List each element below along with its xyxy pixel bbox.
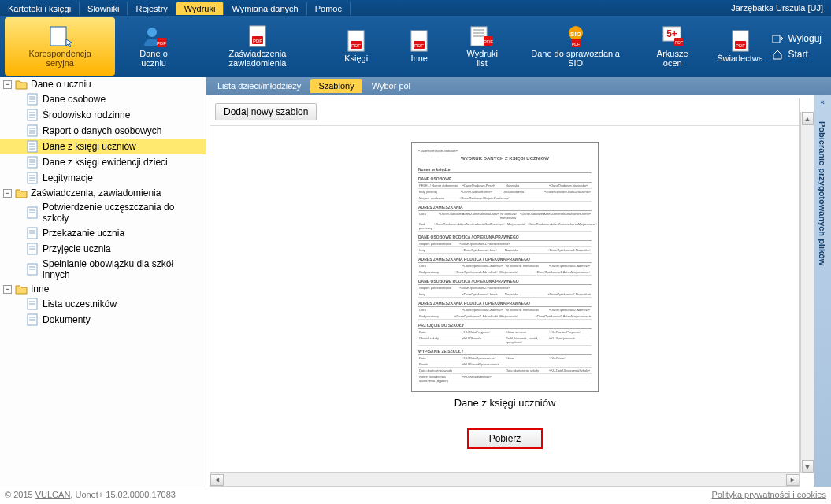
- sio-icon: SIOPDF: [563, 25, 588, 47]
- svg-text:PDF: PDF: [157, 41, 166, 46]
- ribbon-korespondencja[interactable]: Korespondencja seryjna: [5, 17, 115, 76]
- ribbon-wydruki-list[interactable]: PDF Wydruki list: [451, 16, 514, 77]
- sidebar-group-inne[interactable]: − Inne: [0, 282, 206, 296]
- ribbon-swiadectwa[interactable]: PDF Świadectwa: [708, 16, 773, 77]
- menu-tab-wydruki[interactable]: Wydruki: [176, 2, 224, 15]
- collapse-icon[interactable]: −: [3, 189, 12, 198]
- sidebar-item-przyjecie[interactable]: Przyjęcie ucznia: [0, 241, 206, 257]
- svg-text:PDF: PDF: [572, 42, 580, 46]
- scroll-right-icon[interactable]: ►: [786, 474, 799, 486]
- doc-icon: [27, 313, 38, 326]
- sidebar-item-przekazanie[interactable]: Przekazanie ucznia: [0, 225, 206, 241]
- folder-icon: [15, 187, 28, 198]
- sidebar-item-dane-osobowe[interactable]: Dane osobowe: [0, 91, 206, 107]
- ribbon-inne[interactable]: PDF Inne: [388, 16, 451, 77]
- footer-copyright: © 2015: [5, 490, 35, 499]
- folder-icon: [15, 79, 28, 90]
- start-link[interactable]: Start: [772, 49, 822, 60]
- start-label: Start: [788, 49, 807, 60]
- ribbon-label: Księgi: [344, 54, 368, 63]
- footer-vendor-link[interactable]: VULCAN: [35, 490, 71, 499]
- download-button[interactable]: Pobierz: [467, 428, 543, 449]
- scroll-up-icon[interactable]: ▲: [802, 112, 814, 125]
- preview-section: DANE OSOBOWE RODZICA / OPIEKUNA PRAWNEGO: [418, 235, 592, 241]
- doc-icon: [27, 140, 38, 153]
- sidebar-item-spelnianie[interactable]: Spełnianie obowiązku dla szkół innych: [0, 257, 206, 282]
- svg-text:PDF: PDF: [484, 39, 493, 44]
- menu-tab-slowniki[interactable]: Słowniki: [80, 2, 128, 15]
- sidebar-item-legitymacje[interactable]: Legitymacje: [0, 170, 206, 186]
- preview-section: DANE OSOBOWE RODZICA / OPIEKUNA PRAWNEGO: [418, 279, 592, 285]
- top-menu: Kartoteki i księgi Słowniki Rejestry Wyd…: [0, 0, 831, 16]
- ribbon-right: Wyloguj Start: [772, 16, 828, 77]
- side-panel-collapsed[interactable]: « Pobieranie przygotowanych plików: [814, 94, 831, 487]
- vertical-scrollbar[interactable]: ▲ ▼: [800, 112, 814, 473]
- ribbon-label: Arkusze ocen: [647, 49, 699, 68]
- sidebar-item-label: Spełnianie obowiązku dla szkół innych: [43, 258, 202, 280]
- sidebar-item-potwierdzenie[interactable]: Potwierdzenie uczęszczania do szkoły: [0, 200, 206, 225]
- svg-text:PDF: PDF: [253, 39, 262, 43]
- sidebar-item-raport[interactable]: Raport o danych osobowych: [0, 123, 206, 139]
- scroll-left-icon[interactable]: ◄: [210, 474, 224, 486]
- add-template-button[interactable]: Dodaj nowy szablon: [215, 103, 317, 120]
- menu-tab-pomoc[interactable]: Pomoc: [307, 2, 351, 15]
- ribbon-dane-o-uczniu[interactable]: PDF Dane o uczniu: [117, 16, 190, 77]
- tab-lista[interactable]: Lista dzieci/młodzieży: [210, 79, 309, 93]
- content: Dodaj nowy szablon «TableStart:DaneOsobo…: [210, 98, 800, 487]
- doc-cursor-icon: [47, 25, 72, 47]
- preview-caption: Dane z księgi uczniów: [454, 392, 556, 428]
- ribbon-arkusze[interactable]: 5+PDF Arkusze ocen: [637, 16, 708, 77]
- svg-rect-0: [50, 27, 66, 46]
- preview-section: ADRES ZAMIESZKANIA RODZICA / OPIEKUNA PR…: [418, 257, 592, 263]
- sidebar-item-label: Potwierdzenie uczęszczania do szkoły: [43, 202, 202, 224]
- ribbon-label: Dane do sprawozdania SIO: [523, 49, 628, 68]
- document-preview[interactable]: «TableStart:DaneOsobowe» WYDRUK DANYCH Z…: [411, 142, 599, 392]
- preview-title: WYDRUK DANYCH Z KSIĘGI UCZNIÓW: [418, 156, 592, 161]
- ribbon-zaswiadczenia[interactable]: PDF Zaświadczenia zawiadomienia: [191, 16, 325, 77]
- footer-left: © 2015 VULCAN, Uonet+ 15.02.0000.17083: [5, 490, 176, 499]
- ribbon: Korespondencja seryjna PDF Dane o uczniu…: [0, 16, 831, 77]
- sidebar-item-ewidencja[interactable]: Dane z księgi ewidencji dzieci: [0, 154, 206, 170]
- menu-tab-wymiana[interactable]: Wymiana danych: [224, 2, 306, 15]
- sidebar-item-dokumenty[interactable]: Dokumenty: [0, 312, 206, 328]
- collapse-icon[interactable]: −: [3, 80, 12, 89]
- sidebar-group-zaswiadczenia[interactable]: − Zaświadczenia, zawiadomienia: [0, 186, 206, 200]
- body: − Dane o uczniu Dane osobowe Środowisko …: [0, 77, 831, 487]
- pdf-icon: PDF: [728, 30, 753, 52]
- doc-icon: [27, 227, 38, 239]
- sidebar-item-lista-uczestnikow[interactable]: Lista uczestników: [0, 296, 206, 312]
- sidebar-item-label: Legitymacje: [43, 172, 93, 183]
- content-toolbar: Dodaj nowy szablon: [210, 98, 799, 126]
- horizontal-scrollbar[interactable]: ◄ ►: [210, 472, 799, 486]
- menu-tab-rejestry[interactable]: Rejestry: [128, 2, 176, 15]
- logout-link[interactable]: Wyloguj: [772, 33, 822, 44]
- pdf-icon: PDF: [343, 30, 369, 52]
- tab-szablony[interactable]: Szablony: [310, 79, 362, 93]
- menu-tab-kartoteki[interactable]: Kartoteki i księgi: [0, 2, 80, 15]
- scroll-down-icon[interactable]: ▼: [802, 460, 814, 473]
- ribbon-label: Dane o uczniu: [126, 49, 180, 68]
- preview-section: ADRES ZAMIESZKANIA RODZICA / OPIEKUNA PR…: [418, 301, 592, 307]
- ribbon-ksiegi[interactable]: PDF Księgi: [325, 16, 388, 77]
- current-user: Jarzębatka Urszula [UJ]: [731, 3, 831, 13]
- sidebar-item-srodowisko[interactable]: Środowisko rodzinne: [0, 107, 206, 123]
- sidebar-group-dane[interactable]: − Dane o uczniu: [0, 77, 206, 91]
- ribbon-sio[interactable]: SIOPDF Dane do sprawozdania SIO: [514, 16, 637, 77]
- svg-text:PDF: PDF: [736, 43, 745, 48]
- sidebar-item-label: Przyjęcie ucznia: [43, 243, 111, 254]
- sidebar-item-ksiega-uczniow[interactable]: Dane z księgi uczniów: [0, 139, 206, 154]
- five-plus-icon: 5+PDF: [660, 25, 685, 47]
- logout-icon: [772, 33, 783, 44]
- preview-section: ADRES ZAMIESZKANIA: [418, 205, 592, 211]
- chevron-left-icon[interactable]: «: [815, 98, 829, 112]
- collapse-icon[interactable]: −: [3, 285, 12, 294]
- footer-version: , Uonet+ 15.02.0000.17083: [70, 490, 176, 499]
- pdf-icon: PDF: [245, 25, 270, 47]
- tab-wybor-pol[interactable]: Wybór pól: [364, 79, 418, 93]
- sidebar-item-label: Lista uczestników: [43, 298, 117, 309]
- sidebar-group-label: Dane o uczniu: [31, 79, 91, 90]
- svg-point-1: [147, 28, 157, 37]
- footer-privacy-link[interactable]: Polityka prywatności i cookies: [711, 490, 826, 499]
- user-pdf-icon: PDF: [141, 25, 166, 47]
- svg-text:PDF: PDF: [675, 40, 683, 45]
